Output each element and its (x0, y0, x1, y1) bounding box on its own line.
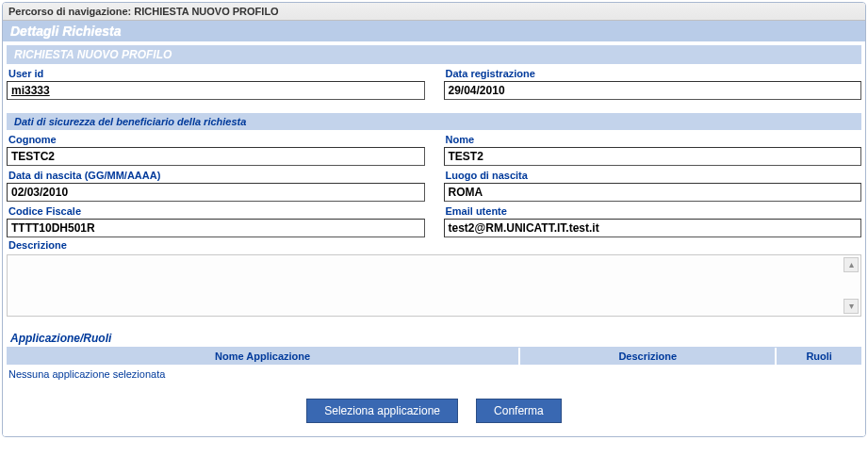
scroll-down-icon[interactable]: ▾ (843, 299, 859, 314)
luogo-label: Luogo di nascita (444, 168, 862, 183)
user-id-label: User id (7, 66, 425, 81)
email-label: Email utente (444, 204, 862, 219)
col-nome-applicazione: Nome Applicazione (7, 348, 519, 365)
section1-header: RICHIESTA NUOVO PROFILO (7, 45, 861, 64)
scroll-up-icon[interactable]: ▴ (843, 257, 859, 272)
cognome-value: TESTC2 (7, 147, 425, 166)
app-section-header: Applicazione/Ruoli (7, 330, 861, 348)
page-title: Dettagli Richiesta (3, 21, 865, 41)
reg-date-label: Data registrazione (444, 66, 862, 81)
email-value: test2@RM.UNICATT.IT.test.it (444, 219, 862, 237)
col-ruoli: Ruoli (776, 348, 861, 365)
row-dob-luogo: Data di nascita (GG/MM/AAAA) 02/03/2010 … (7, 168, 861, 202)
main-panel: Percorso di navigazione: RICHIESTA NUOVO… (2, 2, 866, 437)
descrizione-label: Descrizione (7, 237, 861, 253)
nome-label: Nome (444, 132, 862, 147)
dob-value: 02/03/2010 (7, 183, 425, 202)
breadcrumb-label: Percorso di navigazione: (8, 6, 131, 17)
col-descrizione: Descrizione (519, 348, 776, 365)
row-descrizione: Descrizione ▴ ▾ (7, 237, 861, 317)
breadcrumb: Percorso di navigazione: RICHIESTA NUOVO… (3, 3, 865, 21)
cf-value: TTTT10DH501R (7, 219, 425, 237)
luogo-value: ROMA (444, 183, 862, 202)
app-table: Nome Applicazione Descrizione Ruoli (7, 348, 861, 365)
descrizione-textarea[interactable]: ▴ ▾ (7, 254, 861, 317)
reg-date-value: 29/04/2010 (444, 81, 862, 100)
row-cognome-nome: Cognome TESTC2 Nome TEST2 (7, 132, 861, 166)
section2-header: Dati di sicurezza del beneficiario della… (7, 113, 861, 130)
button-row: Seleziona applicazione Conferma (7, 383, 861, 432)
row-userid-regdate: User id mi3333 Data registrazione 29/04/… (7, 66, 861, 100)
breadcrumb-value: RICHIESTA NUOVO PROFILO (134, 6, 278, 17)
dob-label: Data di nascita (GG/MM/AAAA) (7, 168, 425, 183)
no-app-selected-msg: Nessuna applicazione selezionata (7, 365, 861, 383)
applicazione-ruoli-section: Applicazione/Ruoli Nome Applicazione Des… (7, 330, 861, 432)
user-id-value: mi3333 (7, 81, 425, 100)
seleziona-applicazione-button[interactable]: Seleziona applicazione (306, 399, 458, 423)
row-cf-email: Codice Fiscale TTTT10DH501R Email utente… (7, 204, 861, 237)
nome-value: TEST2 (444, 147, 862, 166)
content-area: RICHIESTA NUOVO PROFILO User id mi3333 D… (3, 41, 865, 436)
conferma-button[interactable]: Conferma (476, 399, 562, 423)
cognome-label: Cognome (7, 132, 425, 147)
cf-label: Codice Fiscale (7, 204, 425, 219)
